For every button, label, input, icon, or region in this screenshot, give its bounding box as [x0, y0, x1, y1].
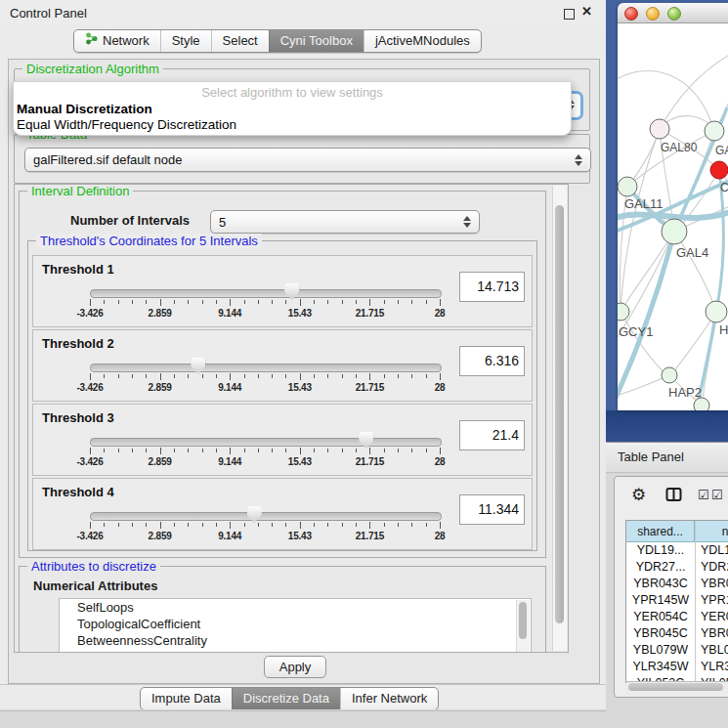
tab-jactivemnodules[interactable]: jActiveMNodules	[364, 30, 481, 52]
table-data-group: Table Data galFiltered.sif default node	[14, 134, 590, 184]
slider-tick	[314, 523, 315, 527]
list-scrollbar[interactable]	[516, 600, 530, 653]
slider-tick	[104, 300, 105, 304]
network-node[interactable]	[618, 177, 637, 196]
slider-tick-label: 2.859	[149, 456, 172, 467]
number-of-intervals-combobox[interactable]: 5	[210, 210, 480, 234]
slider-tick	[384, 523, 385, 527]
attributes-group: Attributes to discretize Numerical Attri…	[19, 566, 546, 653]
slider-tick-label: 15.43	[288, 531, 312, 541]
vertical-scrollbar-thumb[interactable]	[555, 205, 564, 623]
numerical-attributes-list[interactable]: SelfLoopsTopologicalCoefficientBetweenne…	[59, 598, 532, 653]
tab-cyni-toolbox[interactable]: Cyni Toolbox	[269, 30, 364, 52]
network-node[interactable]	[710, 161, 728, 179]
slider-tick	[411, 300, 412, 304]
tab-style[interactable]: Style	[160, 30, 211, 52]
network-node[interactable]	[662, 367, 677, 383]
network-node[interactable]	[650, 119, 669, 139]
slider-tick-label: 21.715	[356, 308, 384, 319]
algorithm-option-equal-width-frequency-discretization[interactable]: Equal Width/Frequency Discretization	[17, 117, 236, 132]
slider-tick	[202, 300, 203, 304]
checkbox-icon[interactable]: ☑	[698, 488, 709, 502]
tab-infer-network[interactable]: Infer Network	[340, 688, 438, 709]
network-window-titlebar[interactable]	[618, 3, 728, 23]
algorithm-placeholder: Select algorithm to view settings	[14, 85, 571, 100]
slider-tick	[160, 522, 161, 529]
threshold-panel-1: Threshold 1-3.4262.8599.14415.4321.71528…	[32, 255, 533, 327]
tab-network[interactable]: Network	[74, 30, 160, 52]
slider-tick	[285, 523, 286, 527]
slider-tick	[426, 374, 427, 378]
close-icon[interactable]: ✕	[581, 4, 592, 19]
table-row[interactable]: YBR045CYBR04	[626, 625, 728, 642]
slider-track[interactable]	[90, 438, 442, 447]
slider-tick-label: 2.859	[149, 308, 172, 319]
threshold-value-field[interactable]: 14.713	[459, 272, 525, 302]
apply-button[interactable]: Apply	[264, 656, 326, 678]
float-window-icon[interactable]	[564, 9, 575, 20]
table-row[interactable]: YER054CYER05	[626, 609, 728, 625]
table-row[interactable]: YBR043CYBR04	[626, 576, 728, 592]
node-attribute-table[interactable]: shared...na YDL19...YDL19YDR27...YDR27YB…	[625, 520, 728, 683]
network-node[interactable]	[705, 121, 724, 141]
list-scrollbar-thumb[interactable]	[519, 602, 527, 639]
table-row[interactable]: YDL19...YDL19	[626, 542, 728, 559]
attribute-list-item[interactable]: SelfLoops	[60, 599, 531, 616]
slider-tick	[118, 523, 119, 527]
slider-track[interactable]	[90, 289, 442, 298]
tab-select[interactable]: Select	[211, 30, 269, 52]
table-header-shared-[interactable]: shared...	[626, 521, 695, 542]
network-node-label: GA	[715, 144, 728, 157]
control-panel: Control Panel ✕ NetworkStyleSelectCyni T…	[0, 0, 606, 728]
slider-track[interactable]	[90, 512, 442, 521]
slider-tick-label: 21.715	[356, 456, 384, 467]
network-node[interactable]	[618, 303, 629, 321]
table-header-na[interactable]: na	[695, 521, 728, 542]
network-node[interactable]	[706, 301, 727, 322]
table-horizontal-scrollbar[interactable]	[626, 681, 728, 693]
slider-tick	[285, 374, 286, 378]
threshold-label: Threshold 1	[42, 262, 114, 277]
slider-tick	[426, 449, 427, 452]
gear-icon[interactable]: ⚙	[631, 485, 646, 505]
close-traffic-light-icon[interactable]	[624, 7, 638, 21]
slider-tick	[160, 299, 161, 306]
tab-label: jActiveMNodules	[375, 30, 470, 52]
split-columns-icon[interactable]	[665, 487, 682, 503]
threshold-value-field[interactable]: 21.4	[459, 420, 525, 450]
slider-track[interactable]	[90, 364, 442, 372]
table-row[interactable]: YPR145WYPR14	[626, 592, 728, 609]
zoom-traffic-light-icon[interactable]	[667, 7, 681, 21]
network-node[interactable]	[662, 219, 687, 244]
slider-tick	[174, 300, 175, 304]
minimize-traffic-light-icon[interactable]	[646, 7, 660, 21]
attribute-list-item[interactable]: TopologicalCoefficient	[60, 616, 531, 632]
network-node-label: GAL80	[661, 141, 698, 154]
slider-tick-label: 9.144	[218, 308, 241, 319]
slider-tick	[188, 300, 189, 304]
slider-tick	[398, 300, 399, 304]
slider-tick	[342, 300, 343, 304]
algorithm-option-manual-discretization[interactable]: Manual Discretization	[17, 102, 152, 116]
threshold-value-field[interactable]: 11.344	[459, 494, 525, 525]
discretization-algorithm-title: Discretization Algorithm	[22, 62, 163, 76]
vertical-scrollbar[interactable]	[552, 186, 567, 651]
table-row[interactable]: YDR27...YDR27	[626, 559, 728, 576]
interval-definition-title: Interval Definition	[27, 184, 133, 198]
table-horizontal-scrollbar-thumb[interactable]	[628, 683, 723, 691]
table-row[interactable]: YBL079WYBL07	[626, 642, 728, 659]
slider-tick	[90, 522, 91, 529]
tab-discretize-data[interactable]: Discretize Data	[232, 688, 340, 709]
tab-impute-data[interactable]: Impute Data	[141, 688, 232, 709]
slider-tick	[327, 300, 328, 304]
number-of-intervals-label: Number of Intervals	[70, 213, 190, 228]
slider-tick	[244, 374, 245, 378]
attribute-list-item[interactable]: BetweennessCentrality	[60, 632, 531, 649]
threshold-value-field[interactable]: 6.316	[459, 346, 525, 376]
network-canvas[interactable]: GAL80GACGAL11GAL4GCY1HHAP2	[618, 23, 728, 410]
slider-tick	[369, 299, 370, 306]
table-row[interactable]: YLR345WYLR34	[626, 659, 728, 675]
tab-label: Style	[172, 30, 200, 52]
table-data-combobox[interactable]: galFiltered.sif default node	[24, 148, 591, 172]
checkbox-icon[interactable]: ☑	[711, 488, 723, 502]
